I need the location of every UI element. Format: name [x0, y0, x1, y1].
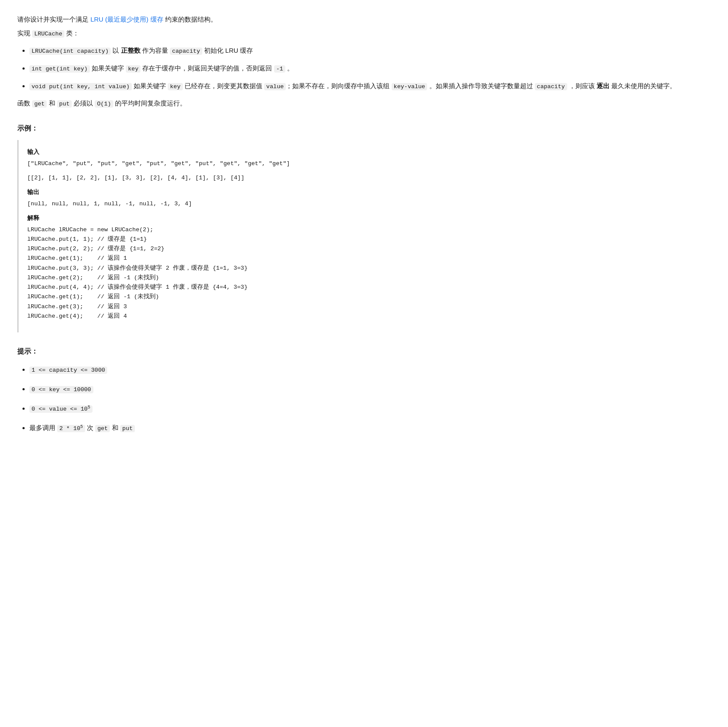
hint-calls-sup: 5 — [80, 424, 83, 429]
key-param-get: key — [126, 65, 140, 73]
get-func: get — [32, 100, 47, 108]
constructor-signature: LRUCache(int capacity) — [29, 48, 111, 55]
hints-title: 提示： — [17, 345, 711, 357]
input-line1: ["LRUCache", "put", "put", "get", "put",… — [27, 159, 702, 169]
capacity-param-put: capacity — [535, 83, 567, 90]
input-label: 输入 — [27, 147, 702, 157]
hint-value-sup: 5 — [88, 405, 90, 410]
hint-capacity-code: 1 <= capacity <= 3000 — [29, 367, 107, 374]
lrucache-class-name: LRUCache — [32, 30, 64, 38]
example-box: 输入 ["LRUCache", "put", "put", "get", "pu… — [17, 140, 711, 332]
hint-put: put — [120, 425, 135, 432]
explain-lines: LRUCache lRUCache = new LRUCache(2); lRU… — [27, 225, 702, 322]
capacity-param: capacity — [170, 48, 202, 55]
lru-link[interactable]: LRU (最近最少使用) 缓存 — [90, 16, 163, 23]
list-item-get: int get(int key) 如果关键字 key 存在于缓存中，则返回关键字… — [29, 63, 711, 74]
put-signature: void put(int key, int value) — [29, 83, 132, 90]
implement-line: 实现 LRUCache 类： — [17, 28, 711, 39]
explain-label: 解释 — [27, 213, 702, 223]
get-signature: int get(int key) — [29, 65, 90, 73]
intro-prefix: 请你设计并实现一个满足 — [17, 16, 90, 23]
hints-list: 1 <= capacity <= 3000 0 <= key <= 10000 … — [17, 364, 711, 434]
example-section: 示例： 输入 ["LRUCache", "put", "put", "get",… — [17, 122, 711, 332]
value-param: value — [264, 83, 286, 90]
hint-item-key: 0 <= key <= 10000 — [29, 383, 711, 395]
list-item-constructor: LRUCache(int capacity) 以 正整数 作为容量 capaci… — [29, 45, 711, 57]
hints-section: 提示： 1 <= capacity <= 3000 0 <= key <= 10… — [17, 345, 711, 434]
hint-item-capacity: 1 <= capacity <= 3000 — [29, 364, 711, 376]
input-line2: [[2], [1, 1], [2, 2], [1], [3, 3], [2], … — [27, 173, 702, 183]
output-label: 输出 — [27, 187, 702, 198]
key-param-put: key — [168, 83, 182, 90]
key-value-param: key-value — [392, 83, 428, 90]
hint-item-value: 0 <= value <= 105 — [29, 403, 711, 415]
hint-item-calls: 最多调用 2 * 105 次 get 和 put — [29, 422, 711, 434]
output-line: [null, null, null, 1, null, -1, null, -1… — [27, 199, 702, 209]
intro-paragraph: 请你设计并实现一个满足 LRU (最近最少使用) 缓存 约束的数据结构。 — [17, 14, 711, 25]
hint-key-code: 0 <= key <= 10000 — [29, 386, 93, 393]
hint-get: get — [95, 425, 110, 432]
complexity-notation: O(1) — [95, 100, 113, 108]
minus-one: -1 — [274, 65, 285, 73]
hint-value-code: 0 <= value <= 105 — [29, 405, 93, 413]
list-item-put: void put(int key, int value) 如果关键字 key 已… — [29, 80, 711, 92]
intro-suffix: 约束的数据结构。 — [163, 16, 217, 23]
method-list: LRUCache(int capacity) 以 正整数 作为容量 capaci… — [17, 45, 711, 92]
complexity-paragraph: 函数 get 和 put 必须以 O(1) 的平均时间复杂度运行。 — [17, 98, 711, 109]
put-func: put — [57, 100, 72, 108]
example-title: 示例： — [17, 122, 711, 134]
hint-calls-code: 2 * 105 — [57, 425, 85, 432]
